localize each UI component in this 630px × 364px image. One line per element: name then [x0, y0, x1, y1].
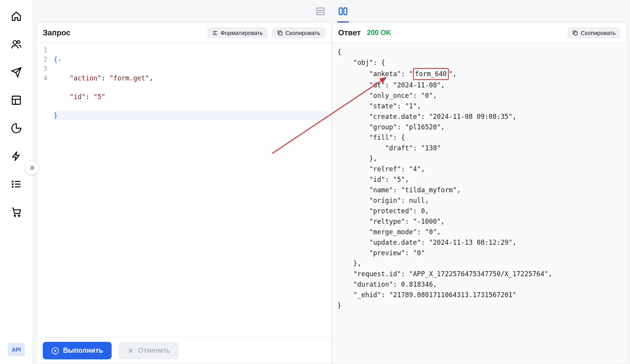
- request-panel: Запрос Форматировать Скопировать 1 2: [36, 23, 332, 364]
- response-status: 200 OK: [367, 29, 391, 37]
- svg-point-6: [14, 215, 16, 217]
- rows-icon: [315, 6, 326, 16]
- copy-request-label: Скопировать: [285, 30, 320, 36]
- request-header: Запрос Форматировать Скопировать: [37, 23, 331, 43]
- play-icon: [51, 347, 59, 355]
- close-icon: [127, 347, 134, 354]
- bolt-icon: [11, 151, 22, 162]
- response-body[interactable]: { "obj": { "anketa": "form_640", "dt": "…: [332, 43, 627, 364]
- sidebar: API: [0, 0, 33, 364]
- svg-point-3: [12, 181, 13, 182]
- fold-marker[interactable]: ▾: [58, 57, 61, 63]
- svg-point-5: [12, 186, 13, 187]
- request-title: Запрос: [43, 28, 70, 37]
- svg-rect-8: [317, 8, 324, 10]
- view-toggle-bar: [33, 0, 630, 23]
- sidebar-expand-toggle[interactable]: [25, 161, 38, 174]
- format-label: Форматировать: [220, 30, 263, 36]
- sidebar-item-users[interactable]: [8, 36, 25, 53]
- response-header: Ответ 200 OK Скопировать: [332, 23, 627, 43]
- svg-point-0: [13, 41, 17, 44]
- users-icon: [11, 39, 22, 50]
- home-icon: [11, 11, 22, 22]
- sidebar-item-home[interactable]: [8, 8, 25, 25]
- sidebar-item-analytics[interactable]: [8, 120, 25, 137]
- chevron-right-double-icon: [28, 164, 35, 171]
- svg-rect-11: [344, 8, 347, 14]
- cancel-label: Отменить: [138, 347, 170, 355]
- response-panel: Ответ 200 OK Скопировать { "obj": { "ank…: [332, 23, 627, 364]
- layout-icon: [11, 95, 22, 106]
- editor-gutter: 1 2 3 4: [37, 43, 51, 337]
- svg-point-4: [12, 184, 13, 185]
- sidebar-item-layout[interactable]: [8, 92, 25, 109]
- svg-rect-2: [12, 96, 21, 104]
- panels-container: Запрос Форматировать Скопировать 1 2: [33, 23, 630, 364]
- copy-icon: [277, 30, 283, 36]
- editor-code[interactable]: {▾ "action": "form.get", "id": "5" }: [51, 43, 331, 337]
- svg-rect-10: [339, 8, 342, 14]
- svg-point-1: [17, 41, 20, 44]
- api-badge[interactable]: API: [8, 343, 25, 356]
- send-icon: [11, 67, 22, 78]
- svg-rect-12: [279, 32, 282, 35]
- run-label: Выполнить: [63, 347, 103, 355]
- svg-point-7: [18, 215, 20, 217]
- sidebar-item-automation[interactable]: [8, 148, 25, 165]
- cancel-button[interactable]: Отменить: [119, 342, 178, 359]
- copy-response-label: Скопировать: [581, 30, 616, 36]
- view-toggle-stacked[interactable]: [315, 5, 326, 17]
- request-editor[interactable]: 1 2 3 4 {▾ "action": "form.get", "id": "…: [37, 43, 331, 337]
- format-icon: [212, 30, 218, 36]
- copy-response-button[interactable]: Скопировать: [567, 27, 620, 38]
- copy-icon: [572, 30, 578, 36]
- columns-icon: [338, 6, 348, 16]
- request-footer: Выполнить Отменить: [37, 337, 331, 364]
- list-icon: [11, 179, 22, 190]
- run-button[interactable]: Выполнить: [43, 342, 112, 359]
- svg-rect-9: [317, 12, 324, 14]
- svg-rect-14: [574, 32, 578, 35]
- cart-icon: [11, 207, 22, 218]
- response-title: Ответ: [338, 28, 361, 37]
- sidebar-item-list[interactable]: [8, 176, 25, 193]
- format-button[interactable]: Форматировать: [207, 27, 268, 38]
- sidebar-item-send[interactable]: [8, 64, 25, 81]
- pie-chart-icon: [11, 123, 22, 134]
- main-area: Запрос Форматировать Скопировать 1 2: [33, 0, 630, 364]
- view-toggle-split[interactable]: [337, 5, 349, 17]
- sidebar-item-cart[interactable]: [8, 204, 25, 221]
- copy-request-button[interactable]: Скопировать: [272, 27, 325, 38]
